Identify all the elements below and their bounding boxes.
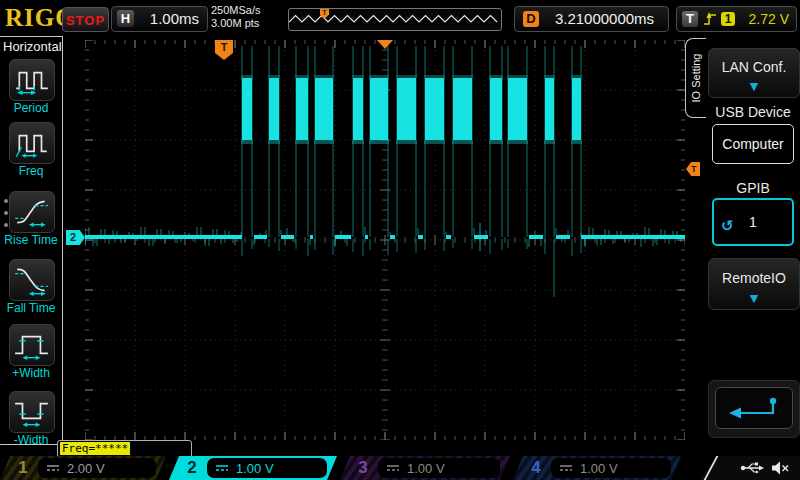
gpib-value-box[interactable]: ↺ 1 [712,198,794,246]
rise-time-icon [13,196,51,228]
trigger-readout: T 1 2.72 V [676,6,797,32]
oscilloscope-screen: RIGOL STOP H 1.00ms 250MSa/s 3.00M pts T… [0,0,800,480]
right-menu: LAN Conf. ▼ USB Device Computer GPIB ↺ 1… [706,36,800,460]
return-arrow-icon [723,394,787,422]
divider [702,453,720,480]
waveform-display: T [85,40,685,440]
menu-return-slot [708,380,800,438]
trigger-source-badge: 1 [721,12,735,26]
menu-item-fall-time[interactable]: Fall Time [0,259,62,317]
svg-text:T: T [221,41,228,53]
timebase-value: 1.00ms [150,10,199,27]
menu-item-freq[interactable]: Freq [0,122,62,180]
h-label: H [117,10,134,27]
neg-width-icon [13,396,51,428]
channel-3-indicator[interactable]: 3 1.00 V [340,456,510,480]
delay-readout: D 3.21000000ms [514,6,669,32]
sample-rate: 250MSa/s [211,4,261,17]
dc-coupling-icon [215,463,229,473]
channel-4-indicator[interactable]: 4 1.00 V [513,456,681,480]
channel-bar: 1 2.00 V 2 1.00 V 3 1.00 V 4 1.00 V [0,456,800,480]
channel-1-indicator[interactable]: 1 2.00 V [0,456,166,480]
top-status-bar: RIGOL STOP H 1.00ms 250MSa/s 3.00M pts T… [0,0,800,36]
speaker-muted-icon [772,461,790,475]
chevron-down-icon: ▼ [709,81,799,92]
timebase-readout: H 1.00ms [111,6,208,32]
memory-depth: 3.00M pts [211,17,261,30]
return-button[interactable] [715,387,793,429]
menu-item-lan-conf[interactable]: LAN Conf. ▼ [708,48,800,98]
fall-time-icon [13,264,51,296]
d-label: D [523,11,539,27]
refresh-icon: ↺ [721,204,734,248]
channel-2-indicator[interactable]: 2 1.00 V [169,456,337,480]
usb-device-value: Computer [712,124,794,164]
menu-item-pos-width[interactable]: +Width [0,324,62,382]
period-icon [13,64,51,96]
t-label: T [682,11,698,27]
menu-item-rise-time[interactable]: Rise Time [0,191,62,249]
io-setting-tab: IO Setting [685,38,706,118]
dc-coupling-icon [559,463,573,473]
channel-2-position-marker: 2 [66,230,85,245]
delay-value: 3.21000000ms [549,10,660,27]
run-state-indicator: STOP [62,7,109,32]
dc-coupling-icon [46,463,60,473]
system-status-area [700,456,800,480]
dc-coupling-icon [386,463,400,473]
trigger-level-value: 2.72 V [749,11,789,27]
chevron-down-icon: ▼ [709,293,799,304]
menu-item-remote-io[interactable]: RemoteIO ▼ [708,258,800,310]
freq-icon [13,127,51,159]
menu-item-period[interactable]: Period [0,59,62,117]
waveform-preview-bar: T [288,8,502,31]
pos-width-icon [13,329,51,361]
left-menu: Horizontal Period Freq [0,36,63,445]
acquisition-readout: 250MSa/s 3.00M pts [211,4,261,30]
menu-item-neg-width[interactable]: -Width [0,391,62,449]
freq-readout: Freq=***** [60,442,130,455]
trigger-level-marker: T [686,162,700,176]
left-menu-title: Horizontal [3,39,62,54]
usb-icon [740,461,764,475]
rising-edge-icon [703,11,718,27]
